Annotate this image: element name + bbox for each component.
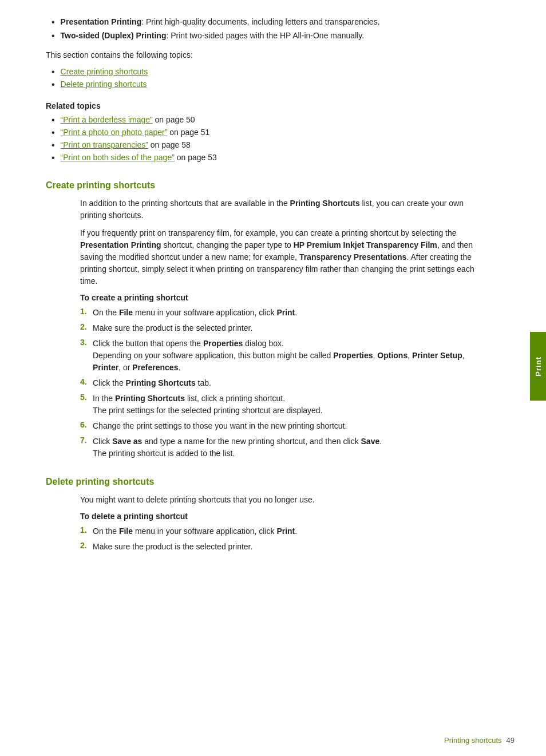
- create-step-1-text: On the File menu in your software applic…: [93, 307, 297, 319]
- related-link-2-suffix: on page 51: [167, 128, 209, 137]
- cs3-sub-t: Depending on your software application, …: [93, 351, 333, 360]
- cs3-sb1: Properties: [333, 351, 373, 360]
- cs3-sr4: , or: [118, 363, 132, 372]
- cs3-sb2: Options: [377, 351, 407, 360]
- cs5-t: In the: [93, 394, 115, 403]
- create-step-7-num: 7.: [80, 436, 93, 445]
- ds1-r: menu in your software application, click: [133, 527, 276, 536]
- section-intro-text: This section contains the following topi…: [46, 49, 489, 61]
- cs3-b: Properties: [203, 339, 243, 348]
- delete-step-2-text: Make sure the product is the selected pr…: [93, 541, 252, 553]
- create-section: Create printing shortcuts In addition to…: [46, 180, 489, 460]
- ds1-t: On the: [93, 527, 119, 536]
- right-print-tab: Print: [530, 332, 546, 401]
- create-section-heading: Create printing shortcuts: [46, 180, 489, 191]
- delete-step-2: 2. Make sure the product is the selected…: [80, 541, 489, 553]
- create-step-6-num: 6.: [80, 420, 93, 429]
- create-step-5-text: In the Printing Shortcuts list, click a …: [93, 393, 323, 417]
- footer-section-name: Printing shortcuts: [444, 736, 501, 745]
- related-link-1-suffix: on page 50: [153, 115, 195, 124]
- create-step-4-text: Click the Printing Shortcuts tab.: [93, 377, 211, 389]
- cs3-sb5: Preferences: [132, 363, 178, 372]
- create-step-5: 5. In the Printing Shortcuts list, click…: [80, 393, 489, 417]
- page-content: Presentation Printing: Print high-qualit…: [0, 0, 523, 604]
- intro-bullet-list: Presentation Printing: Print high-qualit…: [46, 17, 489, 41]
- delete-section: Delete printing shortcuts You might want…: [46, 477, 489, 553]
- ds1-b2: Print: [276, 527, 295, 536]
- cs1-b2: Print: [276, 308, 295, 317]
- cs3-sr5: .: [178, 363, 180, 372]
- intro-text-2: : Print two-sided pages with the HP All-…: [166, 31, 364, 40]
- delete-step-2-num: 2.: [80, 541, 93, 550]
- delete-steps-list: 1. On the File menu in your software app…: [80, 525, 489, 553]
- related-link-3-anchor[interactable]: “Print on transparencies”: [61, 140, 148, 149]
- related-link-1-anchor[interactable]: “Print a borderless image”: [61, 115, 153, 124]
- create-para2-start: If you frequently print on transparency …: [80, 228, 457, 238]
- create-step-3-text: Click the button that opens the Properti…: [93, 338, 489, 374]
- create-step-3: 3. Click the button that opens the Prope…: [80, 338, 489, 374]
- create-step-2: 2. Make sure the product is the selected…: [80, 322, 489, 334]
- create-step-5-num: 5.: [80, 393, 93, 402]
- cs1-b: File: [119, 308, 133, 317]
- related-topics-section: Related topics “Print a borderless image…: [46, 101, 489, 163]
- cs7-end: .: [379, 437, 382, 446]
- cs3-sr3: ,: [462, 351, 465, 360]
- related-topics-title: Related topics: [46, 101, 489, 110]
- delete-sub-heading: To delete a printing shortcut: [80, 512, 489, 521]
- cs3-sr2: ,: [407, 351, 412, 360]
- topic-link-delete[interactable]: Delete printing shortcuts: [46, 80, 489, 90]
- related-link-3[interactable]: “Print on transparencies” on page 58: [46, 140, 489, 151]
- cs1-r: menu in your software application, click: [133, 308, 276, 317]
- related-link-2[interactable]: “Print a photo on photo paper” on page 5…: [46, 128, 489, 138]
- related-topics-list: “Print a borderless image” on page 50 “P…: [46, 115, 489, 163]
- create-step-1: 1. On the File menu in your software app…: [80, 307, 489, 319]
- topic-links-list: Create printing shortcuts Delete printin…: [46, 67, 489, 90]
- intro-b2: Two-sided (Duplex) Printing: [61, 31, 167, 40]
- cs3-t: Click the button that opens the: [93, 339, 203, 348]
- cs7-b2: Save: [361, 437, 380, 446]
- ds1-end: .: [295, 527, 297, 536]
- cs3-r: dialog box.: [243, 339, 284, 348]
- footer-page-number: 49: [507, 736, 515, 745]
- create-para1: In addition to the printing shortcuts th…: [80, 197, 489, 221]
- cs7-t: Click: [93, 437, 112, 446]
- create-para2-b1: Presentation Printing: [80, 240, 161, 250]
- create-para1-start: In addition to the printing shortcuts th…: [80, 199, 290, 208]
- intro-text-1: : Print high-quality documents, includin…: [141, 17, 379, 26]
- create-step-6: 6. Change the print settings to those yo…: [80, 420, 489, 432]
- intro-bullet-1: Presentation Printing: Print high-qualit…: [46, 17, 489, 27]
- related-link-4-suffix: on page 53: [175, 153, 217, 162]
- create-steps-list: 1. On the File menu in your software app…: [80, 307, 489, 460]
- cs5-b: Printing Shortcuts: [115, 394, 185, 403]
- create-shortcuts-link[interactable]: Create printing shortcuts: [61, 67, 148, 76]
- right-tab-label: Print: [534, 357, 543, 377]
- delete-step-1: 1. On the File menu in your software app…: [80, 525, 489, 537]
- topic-link-create[interactable]: Create printing shortcuts: [46, 67, 489, 77]
- related-link-4[interactable]: “Print on both sides of the page” on pag…: [46, 153, 489, 163]
- create-step-2-text: Make sure the product is the selected pr…: [93, 322, 252, 334]
- intro-b1: Presentation Printing: [61, 17, 142, 26]
- ds1-b: File: [119, 527, 133, 536]
- create-para2-b3: Transparency Presentations: [299, 252, 407, 262]
- create-step-3-num: 3.: [80, 338, 93, 347]
- cs7-b: Save as: [112, 437, 142, 446]
- related-link-2-anchor[interactable]: “Print a photo on photo paper”: [61, 128, 168, 137]
- create-section-body: In addition to the printing shortcuts th…: [46, 197, 489, 460]
- delete-step-1-text: On the File menu in your software applic…: [93, 525, 297, 537]
- create-step-4-num: 4.: [80, 377, 93, 386]
- cs5-r: list, click a printing shortcut.: [185, 394, 285, 403]
- delete-shortcuts-link[interactable]: Delete printing shortcuts: [61, 80, 147, 89]
- cs1-end: .: [295, 308, 297, 317]
- related-link-4-anchor[interactable]: “Print on both sides of the page”: [61, 153, 175, 162]
- cs5-sub: The print settings for the selected prin…: [93, 405, 323, 417]
- related-link-1[interactable]: “Print a borderless image” on page 50: [46, 115, 489, 125]
- cs3-sb4: Printer: [93, 363, 118, 372]
- cs3-sub: Depending on your software application, …: [93, 350, 489, 374]
- cs1-t: On the: [93, 308, 119, 317]
- create-step-7: 7. Click Save as and type a name for the…: [80, 436, 489, 460]
- page-footer: Printing shortcuts 49: [0, 736, 546, 745]
- cs3-sb3: Printer Setup: [412, 351, 462, 360]
- related-link-3-suffix: on page 58: [148, 140, 191, 149]
- create-step-6-text: Change the print settings to those you w…: [93, 420, 347, 432]
- create-para2-b2: HP Premium Inkjet Transparency Film: [294, 240, 437, 250]
